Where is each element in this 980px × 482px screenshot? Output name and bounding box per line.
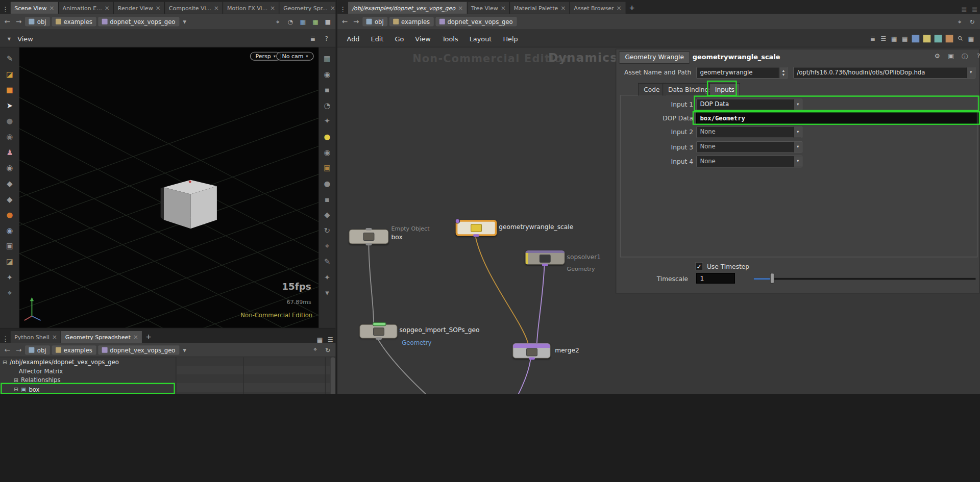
pane-split-icon[interactable]: ▦	[314, 336, 325, 343]
node-sopsolver1[interactable]	[525, 250, 565, 265]
nav-forward-button[interactable]: →	[14, 17, 23, 26]
tool-icon[interactable]: ●	[0, 114, 19, 130]
tab-asset-browser[interactable]: Asset Browser×	[570, 2, 626, 14]
wire-sopsolver-to-merge[interactable]	[537, 265, 545, 343]
tile-mode-icon[interactable]: ▦	[899, 35, 910, 42]
chevron-down-icon[interactable]: ▾	[966, 67, 975, 78]
timescale-input[interactable]	[696, 273, 735, 284]
node-sopsolver-label[interactable]: sopsolver1	[567, 253, 601, 260]
fx-icon[interactable]: ✦	[318, 114, 335, 130]
close-icon[interactable]: ×	[105, 5, 110, 11]
snap-grid-icon[interactable]: ▦	[966, 35, 976, 42]
collapse-icon[interactable]: ⊟	[14, 386, 18, 392]
nav-forward-button[interactable]: →	[14, 346, 23, 354]
output-connector[interactable]	[473, 234, 479, 237]
camera-menu[interactable]: No cam▾	[276, 52, 313, 61]
breadcrumb-examples[interactable]: examples	[52, 17, 96, 26]
wire-merge-to-multisolver[interactable]	[495, 359, 531, 394]
menu-help[interactable]: Help	[497, 32, 523, 44]
fx-tool-icon[interactable]: ✦	[0, 270, 19, 286]
bone-tool-icon[interactable]: ◆	[0, 192, 19, 208]
node-wrangle-label[interactable]: geometrywrangle_scale	[499, 223, 573, 230]
node-geometrywrangle-scale[interactable]	[456, 220, 497, 236]
shape-palette-icon[interactable]	[923, 35, 931, 42]
display-options-icon[interactable]: ≣	[307, 35, 318, 42]
node-box-label[interactable]: box	[391, 234, 403, 240]
tab-geometry-spreadsheet[interactable]: Geometry Spreadsheet×	[61, 331, 142, 343]
layout-icon[interactable]: ▦	[318, 51, 335, 67]
presets-icon[interactable]: ▣	[946, 53, 957, 59]
close-icon[interactable]: ×	[501, 5, 506, 11]
close-icon[interactable]: ×	[330, 5, 335, 11]
sparkle-icon[interactable]: ✦	[318, 270, 335, 286]
tree-row-box[interactable]: ⊟▣box	[14, 385, 40, 394]
close-icon[interactable]: ×	[52, 334, 57, 340]
marker-icon[interactable]: ▪	[318, 192, 335, 208]
breadcrumb-examples[interactable]: examples	[52, 345, 96, 354]
nav-forward-button[interactable]: →	[351, 17, 361, 26]
tab-geometry-spreadsheet[interactable]: Geometry Spr...×	[280, 2, 336, 14]
more-icon[interactable]: ▾	[318, 286, 335, 301]
paint-tool-icon[interactable]: ◪	[0, 67, 19, 83]
node-box[interactable]	[349, 229, 388, 244]
bone-tool-icon[interactable]: ◆	[0, 176, 19, 192]
asset-name-dropdown[interactable]: geometrywrangle ▴▾	[696, 67, 788, 79]
tab-composite-view[interactable]: Composite Vi...×	[165, 2, 223, 14]
output-connector[interactable]	[528, 357, 534, 360]
tab-motion-fx-view[interactable]: Motion FX Vi...×	[224, 2, 280, 14]
use-timestep-checkbox[interactable]: ✓	[695, 262, 703, 270]
node-merge-label[interactable]: merge2	[555, 347, 579, 353]
tree-row-affector-matrix[interactable]: Affector Matrix	[19, 366, 63, 375]
breadcrumb-dopnet[interactable]: dopnet_vex_vops_geo	[435, 17, 517, 26]
color-palette-icon[interactable]	[912, 35, 920, 42]
annotate-icon[interactable]: ✎	[318, 254, 335, 270]
reload-icon[interactable]: ↻	[967, 18, 977, 25]
output-connector[interactable]	[375, 337, 381, 340]
breadcrumb-obj[interactable]: obj	[26, 345, 50, 354]
tab-material-palette[interactable]: Material Palette×	[510, 2, 570, 14]
node-name-field[interactable]: geometrywrangle_scale	[693, 53, 780, 61]
nav-back-button[interactable]: ←	[3, 346, 12, 354]
menu-go[interactable]: Go	[389, 32, 409, 44]
maximize-icon[interactable]: ■	[323, 18, 333, 25]
gear-icon[interactable]: ⚙	[932, 53, 943, 59]
pin-tool-icon[interactable]: ⌖	[0, 286, 19, 301]
breadcrumb-dopnet[interactable]: dopnet_vex_vops_geo	[98, 345, 179, 354]
tree-row-relationships[interactable]: ⊞Relationships	[14, 375, 61, 385]
tab-animation-editor[interactable]: Animation E...×	[59, 2, 114, 14]
view-menu[interactable]: View	[17, 35, 33, 42]
snap-icon[interactable]: ⌖	[318, 239, 335, 255]
close-icon[interactable]: ×	[560, 5, 566, 11]
path-dropdown-icon[interactable]: ▾	[181, 17, 188, 26]
tree-root-row[interactable]: ⊟/obj/examples/dopnet_vex_vops_geo	[3, 357, 119, 366]
lock-icon[interactable]: ▪	[318, 83, 335, 98]
spreadsheet-rows[interactable]	[177, 357, 330, 394]
grid-mode-icon[interactable]: ▦	[889, 35, 899, 42]
crowd-tool-icon[interactable]: ▣	[0, 239, 19, 255]
breadcrumb-obj[interactable]: obj	[363, 17, 387, 26]
timescale-slider-handle[interactable]	[770, 273, 775, 284]
scrollbar[interactable]	[331, 357, 335, 394]
tree-row-basic[interactable]: Basic	[39, 393, 55, 394]
info-icon[interactable]: ⓘ	[960, 53, 970, 61]
pane-menu-icon[interactable]: ☰	[325, 336, 336, 343]
ik-tool-icon[interactable]: ●	[0, 208, 19, 223]
menu-add[interactable]: Add	[341, 32, 365, 44]
collapse-icon[interactable]: ⊟	[3, 359, 7, 365]
node-merge2[interactable]	[512, 343, 551, 359]
help-icon[interactable]: ?	[973, 53, 980, 59]
search-icon[interactable]: ⚲	[954, 32, 966, 44]
fluid-tool-icon[interactable]: ◪	[0, 254, 19, 270]
tab-code[interactable]: Code	[638, 83, 665, 95]
draw-tool-icon[interactable]: ✎	[0, 51, 19, 67]
merge-input-bar[interactable]	[513, 343, 550, 348]
tab-inputs[interactable]: Inputs	[709, 83, 740, 95]
close-icon[interactable]: ×	[156, 5, 161, 11]
close-icon[interactable]: ×	[617, 5, 622, 11]
close-icon[interactable]: ×	[270, 5, 275, 11]
timescale-slider-track[interactable]	[754, 278, 976, 280]
viewport-3d[interactable]: Persp▾ No cam▾ 15fps 67.89ms Non-Commerc…	[19, 47, 319, 328]
viewport-help-icon[interactable]: ?	[321, 35, 332, 42]
physics-tool-icon[interactable]: ◉	[0, 223, 19, 239]
node-type-chip[interactable]: Geometry Wrangle	[619, 51, 690, 63]
